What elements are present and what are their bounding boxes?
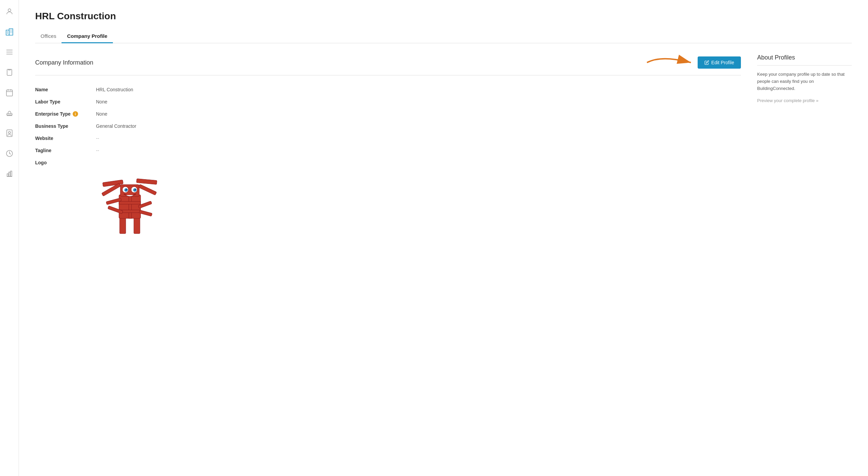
about-title: About Profiles bbox=[757, 54, 852, 61]
tab-company-profile[interactable]: Company Profile bbox=[62, 30, 113, 43]
svg-point-0 bbox=[8, 9, 11, 11]
main-content: HRL Construction Offices Company Profile… bbox=[19, 0, 868, 476]
info-row-business-type: Business Type General Contractor bbox=[35, 120, 741, 132]
label-enterprise-type: Enterprise Type i bbox=[35, 111, 96, 117]
label-labor-type: Labor Type bbox=[35, 99, 96, 104]
chart-icon[interactable] bbox=[3, 168, 16, 180]
stamp-icon[interactable] bbox=[3, 107, 16, 119]
company-logo-svg bbox=[96, 163, 164, 237]
content-area: Company Information bbox=[35, 43, 852, 242]
info-table: Name HRL Construction Labor Type None En… bbox=[35, 84, 741, 242]
pencil-icon bbox=[704, 60, 709, 65]
svg-rect-20 bbox=[7, 114, 12, 115]
svg-rect-44 bbox=[139, 210, 152, 216]
svg-rect-33 bbox=[129, 195, 131, 218]
value-tagline: -- bbox=[96, 148, 99, 153]
value-business-type: General Contractor bbox=[96, 123, 136, 129]
svg-point-50 bbox=[135, 189, 136, 190]
info-row-labor-type: Labor Type None bbox=[35, 96, 741, 108]
info-tooltip-icon[interactable]: i bbox=[73, 111, 78, 117]
clock-icon[interactable] bbox=[3, 147, 16, 160]
label-logo: Logo bbox=[35, 160, 96, 165]
about-panel: About Profiles Keep your company profile… bbox=[757, 54, 852, 242]
info-row-logo: Logo bbox=[35, 157, 741, 242]
edit-profile-button[interactable]: Edit Profile bbox=[698, 56, 741, 69]
info-row-tagline: Tagline -- bbox=[35, 144, 741, 157]
svg-rect-40 bbox=[138, 184, 156, 195]
label-name: Name bbox=[35, 87, 96, 92]
svg-rect-16 bbox=[6, 90, 13, 96]
svg-point-23 bbox=[8, 132, 10, 134]
tab-offices[interactable]: Offices bbox=[35, 30, 62, 43]
label-website: Website bbox=[35, 136, 96, 141]
svg-rect-31 bbox=[134, 217, 140, 234]
info-row-website: Website -- bbox=[35, 132, 741, 144]
about-body: Keep your company profile up to date so … bbox=[757, 71, 852, 92]
svg-rect-27 bbox=[9, 172, 10, 176]
tabs: Offices Company Profile bbox=[35, 30, 852, 43]
label-business-type: Business Type bbox=[35, 123, 96, 129]
arrow-container: Edit Profile bbox=[644, 54, 741, 71]
info-row-enterprise-type: Enterprise Type i None bbox=[35, 108, 741, 120]
svg-rect-2 bbox=[9, 29, 13, 35]
preview-profile-link[interactable]: Preview your complete profile » bbox=[757, 98, 818, 103]
list-icon[interactable] bbox=[3, 46, 16, 58]
contacts-icon[interactable] bbox=[3, 127, 16, 139]
main-section: Company Information bbox=[35, 54, 741, 242]
annotation-arrow bbox=[644, 54, 698, 71]
svg-point-49 bbox=[126, 189, 127, 190]
label-tagline: Tagline bbox=[35, 148, 96, 153]
svg-rect-30 bbox=[120, 217, 126, 234]
svg-rect-34 bbox=[119, 201, 141, 204]
page-title: HRL Construction bbox=[35, 11, 852, 22]
section-divider bbox=[35, 75, 741, 75]
svg-point-47 bbox=[124, 188, 128, 192]
sidebar bbox=[0, 0, 19, 476]
svg-point-48 bbox=[133, 188, 137, 192]
svg-rect-38 bbox=[137, 178, 157, 184]
value-enterprise-type: None bbox=[96, 111, 107, 117]
section-header: Company Information bbox=[35, 54, 741, 71]
user-icon[interactable] bbox=[3, 5, 16, 18]
svg-rect-28 bbox=[10, 171, 12, 176]
logo-image bbox=[96, 163, 164, 238]
calendar-icon[interactable] bbox=[3, 87, 16, 99]
value-name: HRL Construction bbox=[96, 87, 133, 92]
svg-rect-26 bbox=[7, 174, 8, 176]
value-labor-type: None bbox=[96, 99, 107, 104]
value-website: -- bbox=[96, 136, 99, 141]
clipboard-icon[interactable] bbox=[3, 66, 16, 78]
buildings-icon[interactable] bbox=[3, 26, 16, 38]
info-row-name: Name HRL Construction bbox=[35, 84, 741, 96]
company-information-title: Company Information bbox=[35, 59, 93, 66]
about-divider bbox=[757, 65, 852, 66]
